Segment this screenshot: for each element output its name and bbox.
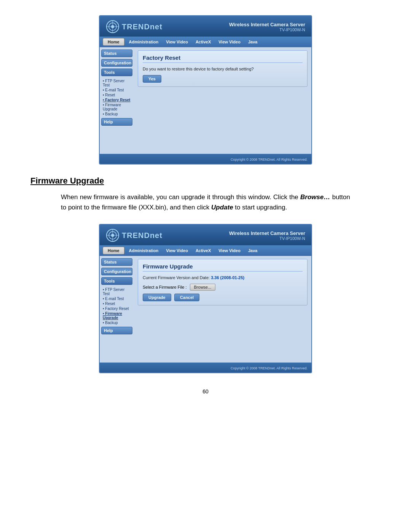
panel2-main-content: Firmware Upgrade Current Firmware Versio… [134,256,311,363]
logo-area: TRENDnet [106,20,162,34]
panel2-device-model: TV-IP100W-N [229,236,305,241]
panel2-device-title: Wireless Internet Camera Server [229,230,305,236]
panel2-status-button[interactable]: Status [101,258,132,266]
panel2-view-video-java-link[interactable]: View Video [215,247,244,254]
panel2-trendnet-logo-icon [106,228,119,242]
section-heading: Firmware Upgrade [30,176,104,186]
tools-links: • FTP Server Test • E-mail Test • Reset … [101,78,132,117]
panel2-firmware-upgrade-link[interactable]: • Firmware Upgrade [103,312,131,320]
fw-version-row: Current Firmware Version and Date: 3.36 … [143,275,303,280]
copyright-text: Copyright © 2008 TRENDnet. All Rights Re… [231,158,307,161]
factory-reset-link[interactable]: • Factory Reset [103,98,131,102]
view-video-activex-link[interactable]: View Video [163,38,191,45]
panel-header: TRENDnet Wireless Internet Camera Server… [100,16,311,37]
fw-action-row: Upgrade Cancel [143,294,303,301]
panel2-navigation-bar: Home Administration View Video ActiveX V… [100,245,311,256]
home-button[interactable]: Home [103,38,124,46]
fw-file-label: Select a Firmware File : [143,285,187,289]
navigation-bar: Home Administration View Video ActiveX V… [100,37,311,47]
panel2-reset-link[interactable]: • Reset [103,302,131,306]
panel2-copyright-text: Copyright © 2008 TRENDnet. All Rights Re… [231,366,307,370]
panel2-ftp-server-test-link[interactable]: • FTP Server Test [103,288,131,296]
panel2-activex-link[interactable]: ActiveX [193,247,214,254]
panel2-help-button[interactable]: Help [101,327,132,334]
tools-label: Tools [101,69,132,76]
panel2-tools-label: Tools [101,277,132,285]
help-button[interactable]: Help [101,118,132,126]
section-body-text: When new firmware is available, you can … [61,192,350,212]
email-test-link[interactable]: • E-mail Test [103,88,131,92]
activex-link[interactable]: ActiveX [193,38,214,45]
update-bold: Update [211,204,233,211]
panel-footer: Copyright © 2008 TRENDnet. All Rights Re… [100,154,311,164]
panel2-body: Status Configuration Tools • FTP Server … [100,256,311,363]
browse-bold: Browse… [300,193,330,201]
sidebar: Status Configuration Tools • FTP Server … [100,47,134,154]
backup-link[interactable]: • Backup [103,112,131,116]
factory-reset-box: Factory Reset Do you want to restore thi… [138,50,307,87]
configuration-button[interactable]: Configuration [101,59,132,67]
view-video-java-link[interactable]: View Video [215,38,244,45]
main-content: Factory Reset Do you want to restore thi… [134,47,311,154]
firmware-upgrade-panel: TRENDnet Wireless Internet Camera Server… [99,224,312,373]
browse-button[interactable]: Browse... [190,284,216,291]
reset-link[interactable]: • Reset [103,93,131,97]
panel2-header: TRENDnet Wireless Internet Camera Server… [100,225,311,245]
panel-body: Status Configuration Tools • FTP Server … [100,47,311,154]
body-post: to start upgrading. [233,204,287,211]
ftp-server-test-link[interactable]: • FTP Server Test [103,79,131,87]
panel2-logo-area: TRENDnet [106,228,162,242]
panel2-view-video-activex-link[interactable]: View Video [163,247,191,254]
body-pre: When new firmware is available, you can … [61,193,300,201]
java-link[interactable]: Java [245,38,260,45]
firmware-upgrade-box: Firmware Upgrade Current Firmware Versio… [138,259,307,305]
header-title: Wireless Internet Camera Server TV-IP100… [229,22,305,32]
fw-file-row: Select a Firmware File : Browse... [143,284,303,291]
firmware-upgrade-title: Firmware Upgrade [143,263,303,272]
trendnet-logo-icon [106,20,119,34]
panel2-home-button[interactable]: Home [103,247,124,254]
status-button[interactable]: Status [101,50,132,57]
panel2-email-test-link[interactable]: • E-mail Test [103,297,131,301]
page-number: 60 [202,388,209,395]
upgrade-button[interactable]: Upgrade [143,294,171,301]
yes-button[interactable]: Yes [143,75,161,83]
panel2-tools-links: • FTP Server Test • E-mail Test • Reset … [101,287,132,326]
panel2-factory-reset-link[interactable]: • Factory Reset [103,307,131,311]
factory-reset-text: Do you want to restore this device to fa… [143,67,303,71]
firmware-upgrade-link[interactable]: • Firmware Upgrade [103,103,131,111]
panel2-header-title: Wireless Internet Camera Server TV-IP100… [229,230,305,241]
factory-reset-title: Factory Reset [143,54,303,63]
fw-version-value: 3.36 (2008-01-25) [211,275,244,280]
panel2-backup-link[interactable]: • Backup [103,321,131,325]
fw-version-label: Current Firmware Version and Date: [143,275,211,280]
panel2-sidebar: Status Configuration Tools • FTP Server … [100,256,134,363]
administration-link[interactable]: Administration [126,38,162,45]
device-title: Wireless Internet Camera Server [229,22,305,27]
cancel-button[interactable]: Cancel [174,294,199,301]
device-model: TV-IP100W-N [229,27,305,32]
panel2-java-link[interactable]: Java [245,247,260,254]
factory-reset-panel: TRENDnet Wireless Internet Camera Server… [99,15,312,165]
panel2-configuration-button[interactable]: Configuration [101,268,132,275]
brand-name: TRENDnet [122,22,162,31]
panel2-footer: Copyright © 2008 TRENDnet. All Rights Re… [100,363,311,372]
panel2-administration-link[interactable]: Administration [126,247,162,254]
panel2-brand-name: TRENDnet [122,231,162,240]
